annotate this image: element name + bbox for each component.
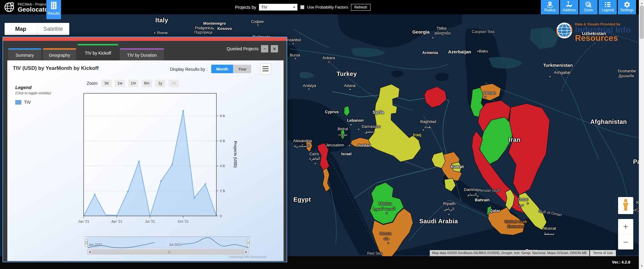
app-title-line1: PECWeb - Project: [18, 2, 51, 6]
scrollbar-left-arrow[interactable]: ◄: [87, 249, 92, 254]
zoom-in-button[interactable]: +: [618, 219, 633, 234]
scroll-thumb[interactable]: [640, 5, 644, 39]
results-label: Results: [46, 11, 61, 16]
header-query-controls: Projects by TIV ▼ Use Probability Factor…: [235, 0, 371, 14]
water-shapes: [286, 14, 639, 255]
region-polygon: [424, 87, 447, 108]
y-axis-title: Projects (USD): [233, 124, 237, 185]
probability-factors-label: Use Probability Factors: [307, 5, 348, 9]
scrollbar-right-arrow[interactable]: ►: [244, 249, 249, 254]
scrollbar-track[interactable]: [92, 249, 244, 254]
data-point-marker[interactable]: [194, 197, 195, 199]
scroll-down-icon[interactable]: ▼: [639, 264, 644, 268]
attribution-text: Map data ©2020 GeoBasis-DE/BKG (©2009), …: [430, 250, 589, 256]
region-polygon: [508, 103, 550, 195]
tab-tiv-by-kickoff[interactable]: TIV by Kickoff: [78, 44, 118, 60]
iir-name-line2: Resources: [575, 34, 631, 42]
map-attribution: Map data ©2020 GeoBasis-DE/BKG (©2009), …: [430, 250, 616, 256]
data-point-marker[interactable]: [138, 161, 140, 163]
navigator-label-left: Jan 2021: [89, 243, 102, 246]
app-header: PECWeb - Project Geolocator Projects by …: [0, 0, 644, 14]
navigator-label-right: Jul 2021: [169, 243, 182, 246]
terrain-patches: [299, 27, 559, 78]
address-map-icon: [560, 0, 578, 8]
data-point-marker[interactable]: [94, 194, 96, 195]
panel-minimize-button[interactable]: −: [261, 45, 268, 52]
x-tick-label: Oct '21: [178, 220, 189, 223]
region-polygon: [351, 138, 370, 147]
globe-pin-icon: [4, 1, 15, 14]
page-scrollbar[interactable]: ▲ ▼: [639, 0, 644, 269]
projects-by-value: TIV: [261, 5, 267, 9]
x-tick-label: Jul '21: [145, 220, 155, 223]
scrollbar-grip-icon: [168, 251, 170, 253]
queried-projects-panel: SummaryGeographyTIV by KickoffTIV by Dur…: [2, 37, 287, 262]
zoom-out-button[interactable]: −: [618, 235, 633, 250]
scroll-up-icon[interactable]: ▲: [639, 1, 644, 5]
results-report-icon: [46, 0, 61, 11]
projects-by-label: Projects by: [235, 5, 256, 10]
nav-button-settings[interactable]: Settings: [618, 0, 636, 14]
nav-button-zoom[interactable]: Zoom: [579, 0, 598, 14]
radius-pin-icon: [541, 0, 559, 8]
chart-panel-content: TIV (USD) by YearMonth by Kickoff Displa…: [7, 60, 284, 261]
tab-tiv-by-duration[interactable]: TIV by Duration: [120, 48, 164, 60]
projects-by-select[interactable]: TIV ▼: [259, 4, 298, 11]
y-tick-label: 0: [220, 214, 222, 218]
x-tick-label: Jan '21: [78, 220, 89, 223]
tab-geography[interactable]: Geography: [43, 48, 76, 60]
iir-name-line1: Industrial Info: [575, 26, 631, 34]
globe-magnifier-icon: [579, 0, 598, 8]
map-type-satellite-button[interactable]: Satellite: [37, 23, 70, 35]
y-tick-label: 4 B: [220, 164, 225, 168]
navigator-left-handle[interactable]: [85, 239, 88, 247]
x-tick-label: Apr '21: [111, 220, 122, 223]
project-regions[interactable]: [306, 84, 550, 259]
map-zoom-control: + −: [618, 219, 633, 249]
y-tick-label: 6 B: [220, 139, 225, 143]
map-type-control: Map Satellite: [5, 23, 69, 35]
tab-summary[interactable]: Summary: [8, 48, 41, 60]
queried-projects-title: Queried Projects: [227, 46, 259, 51]
data-point-marker[interactable]: [127, 191, 129, 192]
tiv-area-chart: 02 B4 B6 B8 BJan '21Apr '21Jul '21Oct '2…: [7, 60, 284, 261]
panel-close-button[interactable]: ✕: [271, 45, 278, 52]
app-root: ItalyRomeMontenegroPodgoricaПодгорицаKos…: [0, 0, 644, 269]
map-type-map-button[interactable]: Map: [5, 23, 37, 35]
nav-button-radius[interactable]: Radius: [541, 0, 559, 14]
data-point-marker[interactable]: [171, 164, 173, 166]
results-button[interactable]: Results: [46, 0, 61, 19]
data-point-marker[interactable]: [182, 110, 184, 112]
panel-top-bar[interactable]: [3, 37, 287, 41]
region-polygon: [344, 106, 350, 116]
iir-logo: Data & Visuals Provided by Industrial In…: [556, 22, 631, 42]
app-logo: PECWeb - Project Geolocator: [4, 1, 51, 14]
gear-icon: [618, 0, 636, 8]
iir-globe-icon: [556, 22, 573, 40]
y-tick-label: 8 B: [220, 114, 225, 118]
nav-button-legend[interactable]: Legend: [599, 0, 617, 14]
app-title-line2: Geolocator: [18, 6, 51, 13]
legend-list-icon: [599, 0, 617, 8]
data-point-marker[interactable]: [204, 183, 206, 185]
nav-button-address[interactable]: Address: [560, 0, 578, 14]
terms-of-use-link[interactable]: Terms of Use: [590, 250, 616, 256]
y-tick-label: 2 B: [220, 189, 225, 193]
pegman-control[interactable]: [618, 197, 633, 214]
pegman-icon: [622, 199, 630, 212]
refresh-button[interactable]: Refresh: [351, 4, 371, 11]
chart-credit: Industrial Info Resources: [229, 255, 266, 259]
probability-factors-checkbox[interactable]: [300, 5, 304, 9]
select-caret-icon: ▼: [293, 6, 295, 9]
data-point-marker[interactable]: [160, 180, 162, 182]
version-text: Ver.: 4.2.8: [612, 260, 630, 264]
navigator-right-handle[interactable]: [247, 239, 250, 247]
